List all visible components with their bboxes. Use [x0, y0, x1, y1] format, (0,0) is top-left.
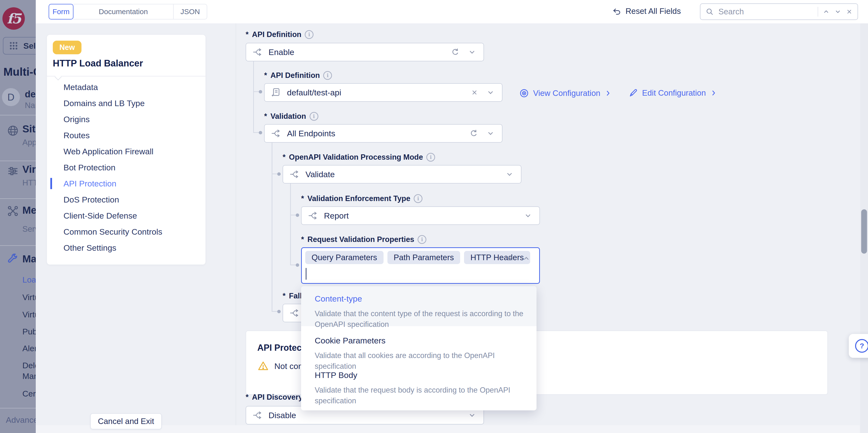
sliders-icon — [7, 165, 19, 177]
menu-item-api-protection[interactable]: API Protection — [47, 175, 206, 192]
enforcement-type-label: Validation Enforcement Type i — [301, 194, 423, 203]
text-cursor — [306, 268, 306, 280]
chevron-down-icon[interactable] — [487, 88, 495, 97]
sidebar-item-manage[interactable]: Man — [22, 253, 36, 265]
mesh-icon — [7, 205, 19, 217]
clear-icon[interactable] — [506, 255, 514, 262]
request-props-label: Request Validation Properties i — [301, 235, 426, 244]
menu-item-waf[interactable]: Web Application Firewall — [47, 143, 206, 160]
info-icon[interactable]: i — [426, 153, 435, 162]
sidebar-item-published[interactable]: Publi — [22, 327, 36, 336]
tag-path-parameters[interactable]: Path Parameters — [388, 251, 460, 264]
sidebar-item-mesh[interactable]: Mes — [22, 204, 36, 216]
menu-item-routes[interactable]: Routes — [47, 127, 206, 143]
connector-line — [290, 183, 291, 265]
sidebar-item-load-balancers[interactable]: Load — [22, 275, 36, 285]
sidebar-item-virtual[interactable]: Virtu — [22, 164, 36, 175]
sidebar-item-delegated[interactable]: Deleg — [22, 361, 36, 370]
search-next-icon[interactable] — [834, 8, 841, 15]
connector-dot — [296, 213, 299, 217]
chevron-up-icon[interactable] — [522, 254, 530, 263]
tab-documentation[interactable]: Documentation — [73, 4, 174, 20]
namespace-avatar[interactable]: D — [2, 88, 20, 106]
wrench-icon — [7, 253, 19, 265]
eye-icon — [519, 88, 529, 98]
processing-mode-label: OpenAPI Validation Processing Mode i — [283, 153, 435, 162]
api-definition-value: Enable — [269, 48, 294, 57]
info-icon[interactable]: i — [323, 71, 332, 80]
chevron-down-icon[interactable] — [468, 411, 476, 420]
select-service-button[interactable]: Sele — [3, 37, 36, 55]
sidebar-item-virtual-sub: HTTP — [22, 178, 36, 187]
option-content-type[interactable]: Content-type Validate that the content t… — [301, 286, 536, 326]
chevron-down-icon[interactable] — [487, 129, 495, 138]
clear-icon[interactable] — [471, 89, 478, 96]
api-definition-select[interactable]: Enable — [246, 43, 484, 61]
option-cookie-parameters[interactable]: Cookie Parameters Validate that all cook… — [301, 328, 536, 361]
validation-select[interactable]: All Endpoints — [264, 124, 502, 143]
branch-icon — [252, 410, 263, 420]
menu-item-domains[interactable]: Domains and LB Type — [47, 95, 206, 111]
request-props-dropdown: Content-type Validate that the content t… — [301, 286, 536, 410]
scrollbar-thumb[interactable] — [861, 209, 867, 254]
summary-title: API Protect — [257, 343, 305, 353]
left-nav-sidebar: f5 Sele Multi-C D def Nam Sites App S — [0, 0, 36, 433]
menu-item-metadata[interactable]: Metadata — [47, 79, 206, 95]
api-discovery-value: Disable — [269, 411, 296, 420]
info-icon[interactable]: i — [310, 112, 318, 121]
select-service-label: Sele — [23, 41, 36, 51]
menu-item-dos-protection[interactable]: DoS Protection — [47, 192, 206, 208]
option-http-body[interactable]: HTTP Body Validate that the request body… — [301, 363, 536, 410]
advanced-toggle[interactable]: Advanced — [6, 415, 36, 425]
reset-all-fields-button[interactable]: Reset All Fields — [612, 6, 681, 16]
chevron-down-icon[interactable] — [468, 48, 476, 56]
edit-configuration-link[interactable]: Edit Configuration — [628, 88, 717, 98]
api-definition-ref-select[interactable]: default/test-api — [264, 83, 502, 102]
object-type-title: HTTP Load Balancer — [53, 58, 143, 69]
view-configuration-link[interactable]: View Configuration — [519, 88, 612, 98]
tab-json[interactable]: JSON — [174, 4, 207, 20]
menu-item-common-security[interactable]: Common Security Controls — [47, 224, 206, 240]
search-close-icon[interactable] — [846, 8, 853, 15]
label-text: API Definition — [252, 30, 301, 39]
tab-form[interactable]: Form — [49, 4, 73, 20]
info-icon[interactable]: i — [417, 235, 426, 244]
namespace-name: def — [25, 89, 36, 99]
info-icon[interactable]: i — [305, 30, 313, 39]
chevron-down-icon[interactable] — [505, 170, 514, 178]
search-input[interactable]: Search — [700, 3, 858, 20]
option-title: Content-type — [315, 294, 536, 304]
connector-dot — [296, 263, 299, 267]
sidebar-item-alerts[interactable]: Alert — [22, 344, 36, 353]
help-button[interactable]: ? — [849, 334, 868, 358]
request-props-multiselect[interactable]: Query Parameters Path Parameters HTTP He… — [301, 247, 540, 284]
view-configuration-label: View Configuration — [533, 89, 600, 98]
api-definition-ref-value: default/test-api — [287, 88, 341, 97]
menu-item-other-settings[interactable]: Other Settings — [47, 240, 206, 256]
sidebar-item-certificates[interactable]: Certi — [22, 389, 36, 399]
cancel-and-exit-button[interactable]: Cancel and Exit — [90, 413, 162, 429]
tag-query-parameters[interactable]: Query Parameters — [305, 251, 383, 264]
sidebar-item-virtual-1[interactable]: Virtu — [22, 293, 36, 302]
processing-mode-select[interactable]: Validate — [283, 165, 521, 183]
fall-through-label: Fall — [283, 292, 302, 300]
refresh-icon[interactable] — [469, 129, 478, 138]
refresh-icon[interactable] — [451, 48, 460, 56]
menu-item-bot-protection[interactable]: Bot Protection — [47, 160, 206, 175]
sidebar-item-virtual-2[interactable]: Virtu — [22, 310, 36, 319]
menu-item-client-side-defense[interactable]: Client-Side Defense — [47, 208, 206, 224]
warning-icon — [258, 361, 269, 371]
namespace-sub: Nam — [25, 101, 36, 110]
info-icon[interactable]: i — [414, 194, 423, 203]
option-desc: Validate that the request body is accord… — [315, 385, 536, 406]
workspace-title: Multi-C — [3, 65, 36, 78]
search-prev-icon[interactable] — [823, 8, 830, 15]
sidebar-item-sites[interactable]: Sites — [22, 123, 36, 135]
f5-logo[interactable]: f5 — [2, 7, 25, 30]
label-text: Fall — [289, 292, 302, 300]
validation-label: Validation i — [264, 112, 318, 121]
menu-item-origins[interactable]: Origins — [47, 111, 206, 127]
connector-dot — [277, 310, 281, 313]
enforcement-type-select[interactable]: Report — [301, 206, 540, 225]
chevron-down-icon[interactable] — [524, 211, 532, 220]
